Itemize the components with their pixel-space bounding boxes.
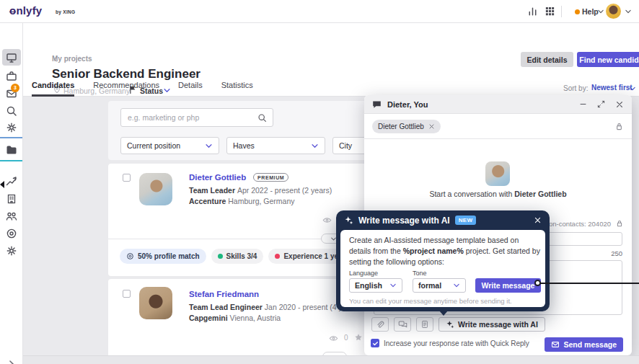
experience-dot-icon — [275, 254, 280, 259]
send-message-button[interactable]: Send message — [545, 337, 623, 352]
quick-reply-button[interactable] — [394, 317, 411, 332]
app-grid-icon[interactable] — [545, 6, 555, 17]
close-panel-icon[interactable] — [615, 100, 624, 109]
candidate-checkbox[interactable] — [123, 290, 131, 298]
sidebar-separator-cyan — [0, 160, 22, 161]
candidate-company-line: Capgemini Vienna, Austria — [189, 314, 281, 322]
sort-chevron-icon[interactable] — [629, 85, 636, 92]
language-label: Language — [349, 270, 378, 277]
remove-recipient-icon[interactable] — [428, 123, 435, 130]
candidate-name-link[interactable]: Stefan Friedmann — [189, 290, 259, 298]
profile-match-badge: 50% profile match — [120, 249, 206, 264]
attachment-button[interactable] — [371, 317, 389, 332]
views-eye-icon — [322, 216, 332, 225]
candidate-photo[interactable] — [139, 173, 172, 205]
search-icon[interactable] — [257, 113, 267, 123]
tab-candidates[interactable]: Candidates — [32, 81, 74, 97]
close-modal-icon[interactable] — [534, 216, 542, 224]
recipient-divider — [364, 138, 632, 139]
modal-pointer-notch — [439, 311, 448, 316]
quick-reply-bubbles-icon — [398, 320, 407, 329]
recipient-chip: Dieter Gottlieb — [372, 120, 441, 133]
account-chevron-down-icon[interactable] — [625, 8, 632, 15]
ai-sparkle-icon — [446, 320, 454, 329]
company-icon[interactable] — [6, 193, 17, 205]
coach-mark-anchor — [534, 280, 541, 286]
help-chevron-down-icon[interactable] — [597, 8, 604, 15]
language-select[interactable]: English — [349, 278, 402, 293]
coach-mark-line — [540, 283, 639, 284]
page-title: Senior Backend Engineer — [52, 67, 200, 81]
jobs-icon[interactable] — [6, 71, 17, 82]
character-counter: 250 — [611, 249, 622, 257]
skills-badge: Skills 3/4 — [211, 249, 264, 264]
projects-icon[interactable] — [6, 144, 17, 156]
tone-select[interactable]: formal — [413, 278, 466, 293]
user-avatar[interactable] — [606, 4, 621, 19]
quick-reply-checkbox[interactable] — [371, 339, 379, 347]
recipient-lock-icon — [614, 122, 624, 131]
app-window: oonlyfynlyfy by XING Help 3 My projects … — [0, 0, 639, 364]
sidebar-expand-icon[interactable] — [6, 359, 17, 364]
tab-details[interactable]: Details — [178, 81, 203, 97]
limit-lock-icon — [615, 219, 624, 228]
sort-by-value[interactable]: Newest first — [591, 84, 633, 92]
tone-label: Tone — [413, 270, 427, 277]
onlyfy-logo[interactable]: oonlyfynlyfy — [9, 4, 42, 17]
project-tabs: Candidates Recommendations Details Stati… — [32, 81, 253, 97]
conversation-avatar — [485, 161, 510, 186]
write-message-cta-button[interactable]: Write message — [475, 278, 541, 293]
write-message-with-ai-button[interactable]: Write message with AI — [439, 317, 545, 332]
team-icon[interactable] — [6, 210, 17, 222]
settings-icon[interactable] — [6, 245, 17, 257]
candidate-checkbox[interactable] — [123, 174, 131, 182]
edit-details-button[interactable]: Edit details — [521, 52, 573, 67]
candidate-search-box — [120, 108, 273, 127]
expand-window-icon[interactable] — [597, 100, 605, 108]
candidate-name-link[interactable]: Dieter Gottlieb — [189, 173, 246, 182]
candidate-company-line: Accenture Hamburg, Germany — [189, 197, 294, 205]
help-notification-dot — [575, 9, 580, 14]
sidebar-navigation: 3 — [0, 23, 23, 364]
goals-icon[interactable] — [6, 228, 17, 239]
analytics-icon[interactable] — [527, 6, 538, 17]
send-mail-icon — [551, 340, 560, 349]
skills-dot-icon — [218, 254, 223, 259]
candidate-search-input[interactable] — [121, 109, 251, 126]
quick-reply-label: Increase your response rate with Quick R… — [384, 339, 529, 347]
favorite-star-icon[interactable] — [354, 333, 363, 342]
topbar-divider — [561, 6, 562, 17]
language-chevron-icon — [389, 282, 397, 289]
filter-haves[interactable]: Haves — [226, 137, 325, 154]
position-chevron-icon — [205, 142, 213, 150]
candidate-role-line: Team Leader Apr 2022 - present (2 years) — [189, 186, 332, 195]
tone-chevron-icon — [453, 282, 460, 289]
filter-current-position[interactable]: Current position — [120, 137, 219, 154]
views-count: 0 — [344, 334, 348, 342]
write-message-with-ai-modal: Write message with AI NEW Create an AI-a… — [336, 210, 550, 311]
breadcrumb[interactable]: My projects — [52, 55, 92, 63]
performance-icon[interactable] — [6, 176, 17, 187]
template-button[interactable] — [416, 317, 433, 332]
automation-icon[interactable] — [6, 122, 17, 133]
match-target-icon — [126, 252, 134, 260]
check-icon — [372, 340, 379, 347]
footer-strip — [23, 355, 639, 364]
composer-toolbar: Write message with AI — [371, 317, 545, 332]
help-menu[interactable]: Help — [582, 7, 599, 16]
dashboard-icon[interactable] — [6, 52, 17, 63]
tab-recommendations[interactable]: Recommendations — [93, 81, 159, 97]
ai-modal-title: Write message with AI — [358, 216, 450, 226]
minimize-icon[interactable] — [579, 100, 587, 108]
paperclip-icon — [376, 320, 384, 329]
tab-statistics[interactable]: Statistics — [221, 81, 253, 97]
sparkle-icon — [344, 216, 353, 225]
candidate-photo[interactable] — [139, 287, 172, 319]
views-eye-icon — [329, 334, 338, 343]
sort-by-label: Sort by: — [563, 84, 588, 92]
message-panel-header[interactable]: Dieter, You — [364, 95, 632, 114]
messages-badge: 3 — [11, 84, 19, 92]
find-new-candidates-button[interactable]: Find new candidates — [577, 52, 639, 67]
coach-mark-arrow — [0, 181, 4, 188]
search-nav-icon[interactable] — [6, 105, 17, 117]
